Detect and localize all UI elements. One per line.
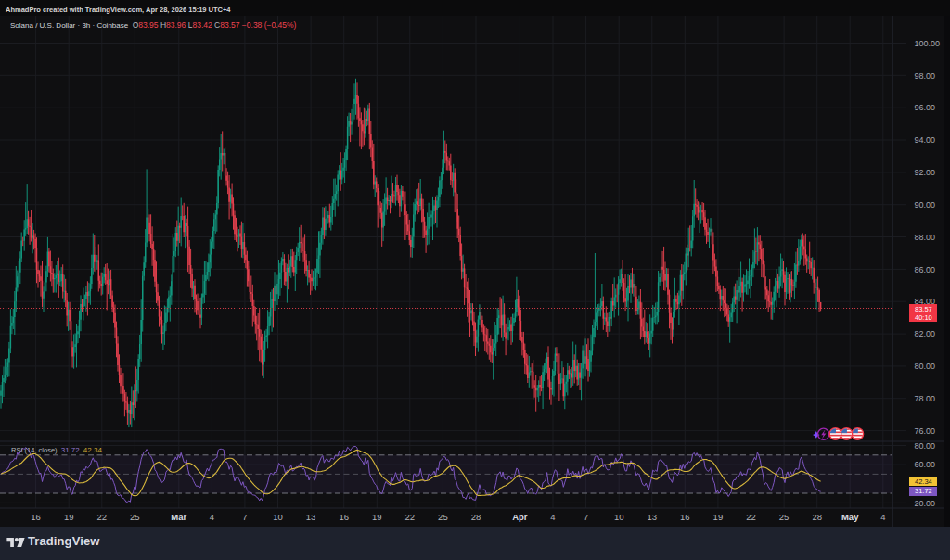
svg-text:Apr: Apr bbox=[512, 512, 528, 522]
svg-text:28: 28 bbox=[812, 512, 822, 522]
svg-text:78.00: 78.00 bbox=[915, 394, 936, 403]
svg-text:94.00: 94.00 bbox=[915, 135, 936, 145]
svg-text:4: 4 bbox=[880, 512, 885, 522]
svg-text:76.00: 76.00 bbox=[915, 426, 936, 436]
svg-text:19: 19 bbox=[713, 512, 724, 522]
svg-text:4: 4 bbox=[550, 512, 555, 522]
svg-text:7: 7 bbox=[242, 512, 247, 522]
svg-text:25: 25 bbox=[779, 512, 790, 522]
svg-text:16: 16 bbox=[680, 512, 690, 522]
svg-text:22: 22 bbox=[97, 512, 108, 522]
svg-text:88.00: 88.00 bbox=[915, 233, 936, 242]
svg-text:25: 25 bbox=[438, 512, 448, 522]
svg-text:Mar: Mar bbox=[171, 512, 186, 522]
svg-text:96.00: 96.00 bbox=[915, 103, 936, 112]
svg-text:82.00: 82.00 bbox=[915, 329, 936, 338]
svg-text:7: 7 bbox=[584, 512, 588, 522]
svg-text:13: 13 bbox=[306, 512, 316, 522]
svg-text:13: 13 bbox=[648, 512, 658, 522]
svg-text:80.00: 80.00 bbox=[915, 441, 936, 451]
svg-text:4: 4 bbox=[210, 512, 214, 522]
svg-text:98.00: 98.00 bbox=[915, 71, 936, 81]
svg-text:May: May bbox=[841, 512, 859, 522]
svg-text:19: 19 bbox=[64, 512, 74, 522]
svg-text:80.00: 80.00 bbox=[915, 362, 936, 371]
svg-text:10: 10 bbox=[614, 512, 624, 522]
svg-text:28: 28 bbox=[471, 512, 481, 522]
svg-text:10: 10 bbox=[273, 512, 283, 522]
svg-text:20.00: 20.00 bbox=[915, 499, 936, 508]
svg-text:92.00: 92.00 bbox=[915, 168, 936, 177]
svg-text:90.00: 90.00 bbox=[915, 200, 936, 210]
svg-text:60.00: 60.00 bbox=[915, 460, 936, 469]
svg-text:19: 19 bbox=[372, 512, 382, 522]
svg-text:86.00: 86.00 bbox=[915, 265, 936, 274]
svg-text:22: 22 bbox=[405, 512, 416, 522]
svg-text:16: 16 bbox=[339, 512, 349, 522]
svg-text:25: 25 bbox=[130, 512, 140, 522]
svg-text:22: 22 bbox=[746, 512, 756, 522]
svg-text:100.00: 100.00 bbox=[915, 39, 941, 48]
svg-text:16: 16 bbox=[31, 512, 41, 522]
